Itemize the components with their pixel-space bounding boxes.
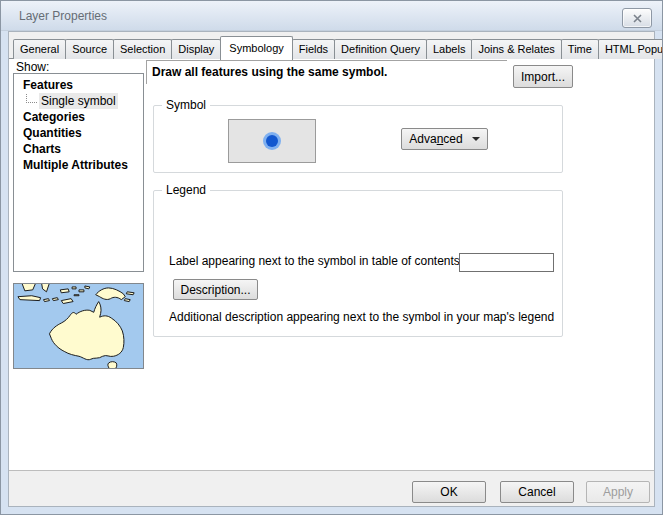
legend-group: Legend Label appearing next to the symbo… — [153, 190, 563, 337]
tab-display[interactable]: Display — [171, 39, 221, 59]
chevron-down-icon — [472, 137, 480, 141]
close-button[interactable] — [622, 8, 652, 28]
symbol-group: Symbol Advanced — [153, 105, 563, 173]
tab-symbology[interactable]: Symbology — [220, 36, 292, 60]
cancel-button[interactable]: Cancel — [500, 481, 574, 503]
advanced-dropdown-button[interactable]: Advanced — [401, 128, 488, 150]
renderer-tree: Features Single symbol Categories Quanti… — [13, 73, 144, 272]
tab-labels[interactable]: Labels — [426, 39, 472, 59]
renderer-heading: Draw all features using the same symbol. — [146, 60, 507, 84]
window-title: Layer Properties — [19, 9, 107, 23]
tree-connector-icon — [26, 94, 37, 103]
map-preview — [13, 283, 144, 369]
tab-time[interactable]: Time — [561, 39, 599, 59]
tab-html-popup[interactable]: HTML Popup — [598, 39, 663, 59]
tree-item-features[interactable]: Features — [23, 77, 143, 93]
description-button-label: Description... — [180, 283, 250, 297]
tab-fields[interactable]: Fields — [292, 39, 335, 59]
tree-item-categories[interactable]: Categories — [23, 109, 143, 125]
tree-item-multiple-attributes[interactable]: Multiple Attributes — [23, 157, 143, 173]
tab-selection[interactable]: Selection — [113, 39, 172, 59]
tab-general[interactable]: General — [13, 39, 66, 59]
tab-joins-relates[interactable]: Joins & Relates — [471, 39, 561, 59]
show-label: Show: — [16, 60, 49, 74]
ok-button-label: OK — [440, 485, 457, 499]
tab-definition-query[interactable]: Definition Query — [334, 39, 427, 59]
tree-item-charts[interactable]: Charts — [23, 141, 143, 157]
symbol-group-label: Symbol — [162, 98, 210, 112]
renderer-heading-text: Draw all features using the same symbol. — [152, 65, 387, 79]
description-button[interactable]: Description... — [173, 279, 258, 300]
tab-source[interactable]: Source — [65, 39, 114, 59]
tree-item-label: Single symbol — [39, 93, 118, 109]
import-button-label: Import... — [521, 70, 565, 84]
legend-group-label: Legend — [162, 183, 210, 197]
apply-button[interactable]: Apply — [586, 481, 650, 503]
symbol-preview-button[interactable] — [228, 119, 316, 163]
legend-note-text: Additional description appearing next to… — [169, 310, 554, 324]
ok-button[interactable]: OK — [412, 481, 486, 503]
point-symbol-icon — [261, 130, 283, 152]
titlebar: Layer Properties — [1, 1, 662, 31]
tree-item-single-symbol[interactable]: Single symbol — [23, 93, 143, 109]
legend-label-input[interactable] — [459, 253, 554, 272]
tab-strip: General Source Selection Display Symbolo… — [13, 35, 663, 59]
advanced-label: Advanced — [409, 132, 462, 146]
legend-label-text: Label appearing next to the symbol in ta… — [169, 254, 463, 268]
tree-item-quantities[interactable]: Quantities — [23, 125, 143, 141]
import-button[interactable]: Import... — [513, 65, 573, 88]
layer-properties-dialog: Layer Properties General Source Selectio… — [0, 0, 663, 515]
cancel-button-label: Cancel — [518, 485, 555, 499]
close-icon — [633, 14, 642, 23]
apply-button-label: Apply — [603, 485, 633, 499]
dialog-body: General Source Selection Display Symbolo… — [8, 31, 655, 507]
